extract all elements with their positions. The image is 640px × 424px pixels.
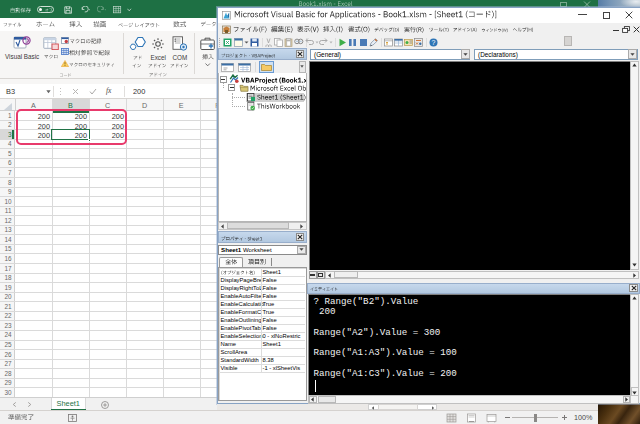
svg-text:?: ? [432, 39, 436, 46]
